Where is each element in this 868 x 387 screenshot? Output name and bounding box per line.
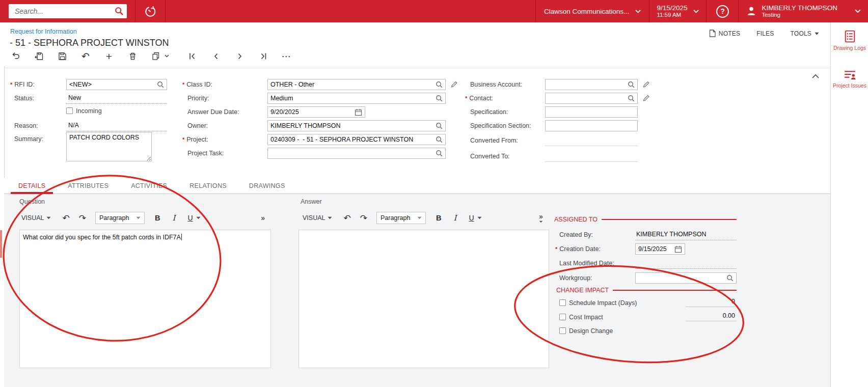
collapse-form-chevron[interactable] bbox=[812, 72, 819, 80]
lookup-icon[interactable] bbox=[435, 81, 444, 88]
editor-redo-button[interactable]: ↷ bbox=[79, 214, 86, 223]
save-button[interactable] bbox=[57, 50, 67, 62]
sidebar-item-drawing-logs[interactable]: Drawing Logs bbox=[831, 30, 868, 51]
lookup-icon[interactable] bbox=[435, 95, 444, 102]
tab-drawings[interactable]: DRAWINGS bbox=[238, 178, 296, 194]
add-button[interactable]: + bbox=[104, 50, 114, 62]
go-previous-button[interactable] bbox=[211, 50, 221, 62]
edit-class-pencil-icon[interactable] bbox=[450, 80, 458, 90]
lookup-icon[interactable] bbox=[435, 136, 444, 143]
notes-button[interactable]: NOTES bbox=[709, 30, 740, 37]
underline-menu-chevron[interactable] bbox=[477, 216, 482, 219]
project-field[interactable] bbox=[267, 134, 446, 145]
schedule-impact-value[interactable]: 0 bbox=[686, 297, 737, 307]
cost-impact-value[interactable]: 0.00 bbox=[686, 311, 737, 321]
edit-contact-pencil-icon[interactable] bbox=[642, 94, 650, 103]
search-input[interactable] bbox=[14, 7, 115, 16]
underline-button[interactable]: U bbox=[187, 214, 193, 222]
bold-button[interactable]: B bbox=[436, 214, 441, 222]
creation-date-field[interactable] bbox=[635, 243, 685, 255]
project-task-field[interactable] bbox=[267, 148, 446, 159]
bold-button[interactable]: B bbox=[155, 214, 160, 222]
contact-field[interactable] bbox=[545, 93, 638, 104]
creation-date-input[interactable] bbox=[637, 245, 673, 253]
user-menu[interactable]: KIMBERLY THOMPSON Testing bbox=[738, 0, 868, 22]
copy-paste-button[interactable] bbox=[151, 50, 161, 62]
tools-button[interactable]: TOOLS bbox=[791, 30, 819, 37]
go-first-button[interactable] bbox=[187, 50, 198, 62]
business-account-field[interactable] bbox=[545, 79, 638, 90]
priority-input[interactable] bbox=[269, 95, 435, 102]
workgroup-field[interactable] bbox=[635, 272, 737, 284]
lookup-icon[interactable] bbox=[725, 274, 735, 282]
owner-field[interactable] bbox=[267, 120, 446, 131]
lookup-icon[interactable] bbox=[627, 95, 636, 102]
toolbar-overflow-button[interactable]: » bbox=[261, 214, 265, 222]
sidebar-item-project-issues[interactable]: Project Issues bbox=[831, 67, 868, 89]
answer-due-date-field[interactable] bbox=[267, 106, 365, 118]
rfi-id-field[interactable] bbox=[66, 79, 167, 90]
lookup-icon[interactable] bbox=[627, 81, 636, 88]
business-date-clock-icon[interactable] bbox=[135, 0, 165, 22]
specification-section-input[interactable] bbox=[547, 122, 636, 129]
lookup-icon[interactable] bbox=[435, 150, 444, 157]
answer-editor-area[interactable] bbox=[299, 230, 549, 368]
breadcrumb[interactable]: Request for Information bbox=[10, 28, 77, 35]
paragraph-style-dropdown[interactable]: Paragraph bbox=[95, 212, 145, 224]
editor-redo-button[interactable]: ↷ bbox=[360, 214, 367, 223]
undo-button[interactable]: ↶ bbox=[80, 50, 91, 62]
rfi-id-input[interactable] bbox=[68, 81, 156, 88]
italic-button[interactable]: I bbox=[453, 213, 456, 223]
summary-textarea[interactable]: PATCH CORD COLORS bbox=[66, 132, 152, 161]
save-and-close-button[interactable] bbox=[34, 50, 44, 62]
answer-due-date-input[interactable] bbox=[269, 108, 354, 116]
underline-menu-chevron[interactable] bbox=[196, 216, 201, 219]
incoming-checkbox[interactable] bbox=[66, 107, 73, 114]
italic-button[interactable]: I bbox=[172, 213, 175, 223]
project-input[interactable] bbox=[269, 136, 435, 143]
back-button[interactable] bbox=[10, 50, 20, 62]
project-task-input[interactable] bbox=[269, 150, 435, 157]
go-next-button[interactable] bbox=[234, 50, 245, 62]
class-id-field[interactable] bbox=[267, 79, 446, 90]
global-search[interactable] bbox=[9, 4, 127, 18]
calendar-icon[interactable] bbox=[354, 108, 363, 116]
priority-field[interactable] bbox=[267, 93, 446, 104]
class-id-input[interactable] bbox=[269, 81, 435, 88]
underline-button[interactable]: U bbox=[469, 214, 474, 222]
business-date-selector[interactable]: 9/15/2025 11:59 AM bbox=[649, 0, 706, 22]
business-account-input[interactable] bbox=[547, 81, 627, 88]
tab-relations[interactable]: RELATIONS bbox=[178, 178, 238, 194]
calendar-icon[interactable] bbox=[673, 245, 683, 253]
copy-paste-menu-chevron[interactable] bbox=[164, 50, 169, 62]
workgroup-input[interactable] bbox=[637, 274, 725, 282]
editor-mode-dropdown[interactable]: VISUAL bbox=[303, 214, 332, 222]
design-change-checkbox[interactable] bbox=[559, 327, 566, 334]
files-button[interactable]: FILES bbox=[756, 30, 774, 37]
specification-input[interactable] bbox=[547, 108, 636, 116]
edit-business-account-pencil-icon[interactable] bbox=[642, 80, 650, 90]
specification-section-field[interactable] bbox=[545, 120, 638, 131]
owner-input[interactable] bbox=[269, 122, 435, 129]
more-actions-button[interactable]: ⋯ bbox=[281, 50, 291, 62]
company-selector[interactable]: Clawson Communications... bbox=[535, 0, 649, 22]
cost-impact-checkbox[interactable] bbox=[559, 314, 566, 320]
search-icon[interactable] bbox=[115, 7, 124, 16]
help-button[interactable]: ? bbox=[706, 0, 738, 22]
lookup-icon[interactable] bbox=[156, 81, 165, 88]
editor-undo-button[interactable]: ↶ bbox=[62, 214, 69, 223]
tab-details[interactable]: DETAILS bbox=[7, 178, 57, 194]
paragraph-style-dropdown[interactable]: Paragraph bbox=[376, 212, 426, 224]
tab-attributes[interactable]: ATTRIBUTES bbox=[57, 178, 120, 194]
editor-undo-button[interactable]: ↶ bbox=[343, 214, 350, 223]
lookup-icon[interactable] bbox=[435, 122, 444, 129]
editor-mode-dropdown[interactable]: VISUAL bbox=[21, 214, 51, 222]
specification-field[interactable] bbox=[545, 106, 638, 118]
question-editor-area[interactable]: What color did you spec for the 5ft patc… bbox=[19, 230, 271, 368]
contact-input[interactable] bbox=[547, 95, 627, 102]
go-last-button[interactable] bbox=[258, 50, 268, 62]
schedule-impact-checkbox[interactable] bbox=[559, 299, 566, 306]
tab-activities[interactable]: ACTIVITIES bbox=[120, 178, 178, 194]
delete-button[interactable] bbox=[127, 50, 138, 62]
toolbar-overflow-button[interactable]: » bbox=[539, 213, 543, 223]
